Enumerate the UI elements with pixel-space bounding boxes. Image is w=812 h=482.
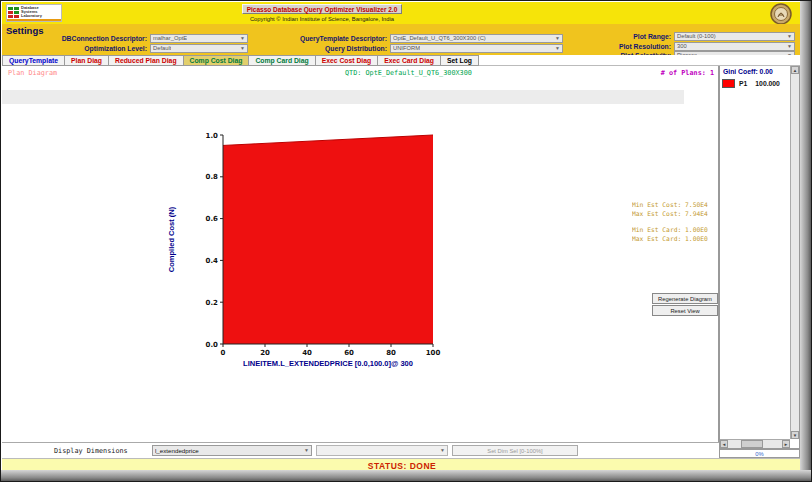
svg-text:0.8: 0.8 [206,173,219,181]
dimension2-select[interactable]: ▼ [316,445,448,456]
copyright-text: Copyright © Indian Institute of Science,… [227,16,417,22]
plan-count-label: # of Plans: 1 [622,69,714,77]
legend-horizontal-scrollbar[interactable]: ◄ ► [720,439,790,448]
svg-text:LINEITEM.L_EXTENDEDPRICE [0.0,: LINEITEM.L_EXTENDEDPRICE [0.0,100.0]@ 30… [243,359,413,368]
plot-range-field: Plot Range: Default (0-100)▼ [562,31,795,41]
reset-view-button[interactable]: Reset View [652,305,718,316]
tab-comp-cost-diag[interactable]: Comp Cost Diag [184,55,250,66]
stat-line: Min Est Card: 1.00E0 [632,225,719,234]
optimization-level-field: Optimization Level: Default▼ [2,43,248,53]
dsl-lab-logo: Database Systems Laboratory [6,4,62,22]
svg-text:60: 60 [344,349,354,357]
tab-exec-card-diag[interactable]: Exec Card Diag [378,55,441,66]
chevron-down-icon: ▼ [304,448,309,453]
toolbar-strip [2,90,684,104]
plan-name: P1 [739,80,747,87]
brick [8,11,13,14]
window-content: Database Systems Laboratory Picasso Data… [2,2,802,472]
tab-exec-cost-diag[interactable]: Exec Cost Diag [316,55,378,66]
diagram-type-label: Plan Diagram [8,69,57,77]
stat-line: Min Est Cost: 7.50E4 [632,200,719,209]
dimension1-select[interactable]: l_extendedprice▼ [152,445,312,456]
chevron-down-icon: ▼ [555,46,560,51]
db-connection-select[interactable]: malhar_OptE▼ [150,34,248,43]
app-title: Picasso Database Query Optimizer Visuali… [242,4,402,14]
svg-text:0: 0 [221,349,226,357]
legend-panel: Gini Coeff: 0.00 P1100.000 ▲ ▼ ◄ ► [719,66,800,449]
plot-resolution-label: Plot Resolution: [562,43,674,50]
svg-text:80: 80 [386,349,396,357]
dsl-bricks-icon [8,7,19,18]
query-template-label: QueryTemplate Descriptor: [242,35,390,42]
dsl-logo-line: Laboratory [21,14,42,18]
svg-text:0.6: 0.6 [206,215,219,223]
scroll-down-icon[interactable]: ▼ [791,431,799,439]
tab-querytemplate[interactable]: QueryTemplate [2,55,65,66]
tab-plan-diag[interactable]: Plan Diag [65,55,109,66]
plot-range-label: Plot Range: [562,33,674,40]
picasso-window: Database Systems Laboratory Picasso Data… [0,0,812,482]
plan-color-swatch [722,79,735,88]
dsl-logo-strip [7,19,61,21]
window-frame-bottom [1,470,811,481]
query-template-field: QueryTemplate Descriptor: OptE_Default_U… [242,33,563,43]
tab-comp-card-diag[interactable]: Comp Card Diag [249,55,315,66]
tab-reduced-plan-diag[interactable]: Reduced Plan Diag [109,55,184,66]
bottom-controls: Display Dimensions l_extendedprice▼ ▼ Se… [2,442,719,458]
scroll-right-icon[interactable]: ► [782,440,790,448]
scroll-left-icon[interactable]: ◄ [720,440,728,448]
brick [14,7,19,10]
status-text: STATUS: DONE [368,461,437,471]
chevron-down-icon: ▼ [555,36,560,41]
set-dim-sel-button[interactable]: Set Dim Sel [0-100%] [452,445,578,456]
chevron-down-icon: ▼ [787,44,792,49]
chevron-down-icon: ▼ [440,448,445,453]
compiled-cost-chart: 0.00.20.40.60.81.0020406080100LINEITEM.L… [160,112,480,374]
svg-text:0.2: 0.2 [206,299,219,307]
legend-item[interactable]: P1100.000 [722,78,789,89]
dsl-logo-text: Database Systems Laboratory [21,6,42,18]
settings-panel: Settings DBConnection Descriptor: malhar… [2,24,802,55]
svg-text:1.0: 1.0 [206,132,219,140]
query-distribution-field: Query Distribution: UNIFORM▼ [242,43,563,53]
window-frame-right [800,1,811,481]
header-bar: Database Systems Laboratory Picasso Data… [2,2,802,24]
plot-range-select[interactable]: Default (0-100)▼ [674,32,795,41]
chevron-down-icon: ▼ [787,34,792,39]
optimization-level-select[interactable]: Default▼ [150,44,248,53]
tab-bar: QueryTemplatePlan DiagReduced Plan DiagC… [2,55,802,66]
legend-list: P1100.000 [722,78,789,89]
dsl-logo-top: Database Systems Laboratory [7,5,61,19]
plan-percentage: 100.000 [755,80,780,87]
db-connection-field: DBConnection Descriptor: malhar_OptE▼ [2,33,248,43]
brick [14,15,19,18]
stat-line: Max Est Cost: 7.94E4 [632,209,719,218]
stat-line: Max Est Card: 1.00E0 [632,234,719,243]
svg-text:40: 40 [302,349,312,357]
brick [8,15,13,18]
brick [8,7,13,10]
svg-text:20: 20 [260,349,270,357]
svg-text:0.4: 0.4 [206,257,219,265]
query-template-select[interactable]: OptE_Default_U_QT6_300X300 (C)▼ [390,34,563,43]
query-distribution-label: Query Distribution: [242,45,390,52]
svg-text:Compiled Cost (N): Compiled Cost (N) [167,206,176,272]
gini-coeff-label: Gini Coeff: 0.00 [723,68,773,75]
scroll-up-icon[interactable]: ▲ [791,66,799,74]
stats-annotations: Min Est Cost: 7.50E4Max Est Cost: 7.94E4… [632,200,719,243]
regenerate-diagram-button[interactable]: Regenerate Diagram [652,293,718,304]
query-distribution-select[interactable]: UNIFORM▼ [390,44,563,53]
display-dimensions-label: Display Dimensions [54,447,128,455]
cost-area [223,135,433,344]
progress-bar: 0% [719,449,800,458]
db-connection-label: DBConnection Descriptor: [2,35,150,42]
svg-text:100: 100 [426,349,441,357]
legend-vertical-scrollbar[interactable]: ▲ ▼ [790,66,799,439]
diagram-area: Plan Diagram QTD: OptE_Default_U_QT6_300… [2,66,719,442]
svg-text:0.0: 0.0 [206,341,219,349]
optimization-level-label: Optimization Level: [2,45,150,52]
scrollbar-thumb[interactable] [741,440,763,448]
brick [14,11,19,14]
tab-set-log[interactable]: Set Log [441,55,479,66]
qtd-label: QTD: OptE_Default_U_QT6_300X300 [345,69,472,77]
